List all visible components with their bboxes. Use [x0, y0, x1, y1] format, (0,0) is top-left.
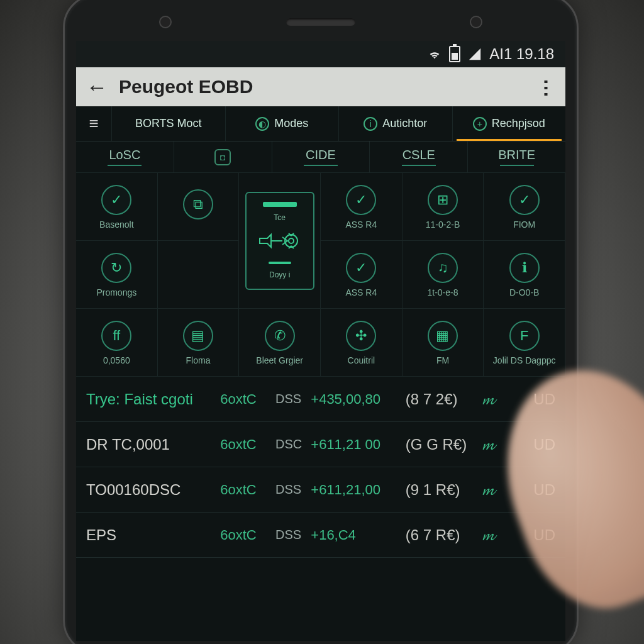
grid-icon: ⊞ [428, 185, 458, 215]
tab-label: BORTS Moct [135, 117, 202, 130]
module-label: Promongs [96, 288, 136, 297]
module-d00b[interactable]: ℹD-O0-B [484, 241, 565, 309]
module-label: 1t-0-e-8 [427, 288, 458, 297]
tab-modes[interactable]: ◐ Modes [225, 106, 339, 141]
check-icon: ✓ [101, 185, 131, 215]
shield-icon: ◘ [214, 149, 231, 165]
module-basenolt[interactable]: ✓Basenolt [76, 173, 158, 241]
row-value: +611,21,00 [311, 482, 403, 498]
spark-icon: 𝓶 [480, 526, 513, 544]
tab-bar: ≡ BORTS Moct ◐ Modes i Autichtor + Rechp… [76, 106, 565, 142]
app-bar: ← Peugeot EOBD ⋯ [76, 67, 565, 106]
row-unit: 6oxtC [220, 391, 273, 408]
panel-icon: ⧉ [183, 189, 213, 219]
phone-icon: ✆ [265, 321, 295, 351]
module-11028[interactable]: ⊞11-0-2-B [402, 173, 484, 241]
data-list: Trye: Faist cgoti 6oxtC DSS +435,00,80 (… [76, 377, 565, 641]
back-button[interactable]: ← [86, 75, 108, 99]
row-range: (6 7 R€) [406, 526, 478, 544]
row-name: Trye: Faist cgoti [86, 391, 218, 408]
check-icon: ✓ [509, 185, 540, 215]
category-losc[interactable]: LoSC [76, 142, 174, 172]
list-icon: ▤ [183, 321, 213, 351]
category-csle[interactable]: CSLE [369, 142, 467, 172]
list-row[interactable]: DR TC,0001 6oxtC DSC +611,21 00 (G G R€)… [76, 422, 565, 467]
module-label: Floma [186, 356, 211, 365]
module-spacer [158, 241, 240, 309]
module-panel[interactable]: ⧉ [158, 173, 240, 241]
category-label: CSLE [402, 148, 435, 162]
module-label: ASS R4 [345, 220, 377, 229]
list-row[interactable]: EPS 6oxtC DSS +16,C4 (6 7 R€) 𝓶 UD [76, 513, 565, 558]
front-camera-left [159, 16, 172, 28]
module-assr4-b[interactable]: ✓ASS R4 [321, 241, 402, 309]
refresh-icon: ↻ [101, 253, 131, 283]
modes-icon: ◐ [255, 117, 269, 131]
engine-diagram: Tce Doyy i [245, 192, 314, 290]
overflow-menu-button[interactable]: ⋯ [536, 78, 558, 96]
flag-icon: F [509, 321, 540, 351]
module-label: 11-0-2-B [426, 220, 460, 229]
module-couitril[interactable]: ✣Couitril [321, 309, 402, 377]
category-label: BRITE [498, 148, 535, 162]
module-assr4-a[interactable]: ✓ASS R4 [321, 173, 402, 241]
signal-icon [468, 47, 482, 61]
check-icon: ✓ [346, 253, 376, 283]
phone-speaker [286, 18, 355, 26]
hamburger-menu-button[interactable]: ≡ [76, 106, 111, 141]
module-label: ASS R4 [345, 288, 377, 297]
category-label: CIDE [306, 148, 336, 162]
radio-icon: ▦ [428, 321, 458, 351]
module-label: FIOM [513, 220, 535, 229]
gear-icon: ✣ [346, 321, 376, 351]
list-row[interactable]: Trye: Faist cgoti 6oxtC DSS +435,00,80 (… [76, 377, 565, 422]
tab-label: Rechpjsod [492, 117, 545, 130]
module-fiom[interactable]: ✓FIOM [484, 173, 565, 241]
row-value: +611,21 00 [311, 436, 403, 453]
info-icon: ℹ [509, 253, 540, 283]
engine-label-bottom: Doyy i [269, 270, 290, 279]
row-tag: DSS [275, 482, 308, 497]
row-range: (8 7 2€) [406, 391, 478, 408]
row-unit: 6oxtC [220, 527, 273, 543]
module-00560[interactable]: ff0,0560 [76, 309, 158, 377]
module-label: Jolil DS Dagppc [493, 356, 556, 365]
module-label: Couitril [348, 356, 375, 365]
row-value: +16,C4 [311, 527, 403, 543]
module-promongs[interactable]: ↻Promongs [76, 241, 158, 309]
spark-icon: 𝓶 [480, 391, 513, 408]
plus-icon: + [473, 117, 487, 131]
row-tag: DSS [275, 392, 308, 406]
module-1t0e8[interactable]: ♫1t-0-e-8 [402, 241, 484, 309]
tab-borts[interactable]: BORTS Moct [111, 106, 225, 141]
module-fm[interactable]: ▦FM [402, 309, 484, 377]
module-label: Bleet Grgier [256, 356, 303, 365]
module-label: FM [436, 356, 449, 365]
module-label: 0,0560 [103, 356, 130, 365]
check-icon: ✓ [346, 185, 376, 215]
row-tag: DSS [275, 528, 308, 542]
category-cide[interactable]: CIDE [272, 142, 370, 172]
phone-frame: AI1 19.18 ← Peugeot EOBD ⋯ ≡ BORTS Moct … [63, 0, 579, 644]
row-tag: DSC [275, 437, 308, 452]
module-jolilds[interactable]: FJolil DS Dagppc [484, 309, 565, 377]
module-bleet[interactable]: ✆Bleet Grgier [239, 309, 321, 377]
category-shield[interactable]: ◘ [174, 142, 272, 172]
screen: AI1 19.18 ← Peugeot EOBD ⋯ ≡ BORTS Moct … [76, 41, 565, 641]
row-range: (9 1 R€) [406, 481, 478, 499]
tab-label: Modes [274, 117, 308, 130]
row-name: DR TC,0001 [86, 436, 218, 453]
module-engine[interactable]: Tce Doyy i [239, 173, 321, 309]
list-row[interactable]: TO00160DSC 6oxtC DSS +611,21,00 (9 1 R€)… [76, 467, 565, 513]
app-title: Peugeot EOBD [119, 76, 526, 97]
category-row: LoSC ◘ CIDE CSLE BRITE [76, 142, 565, 173]
module-floma[interactable]: ▤Floma [158, 309, 240, 377]
row-unit: 6oxtC [220, 482, 273, 498]
engine-label-top: Tce [274, 213, 286, 222]
category-label: LoSC [109, 148, 140, 162]
row-unit: 6oxtC [220, 436, 273, 453]
wifi-icon [428, 47, 441, 61]
tab-rechpjsod[interactable]: + Rechpjsod [452, 106, 566, 141]
tab-autichtor[interactable]: i Autichtor [338, 106, 452, 141]
category-brite[interactable]: BRITE [467, 142, 565, 172]
